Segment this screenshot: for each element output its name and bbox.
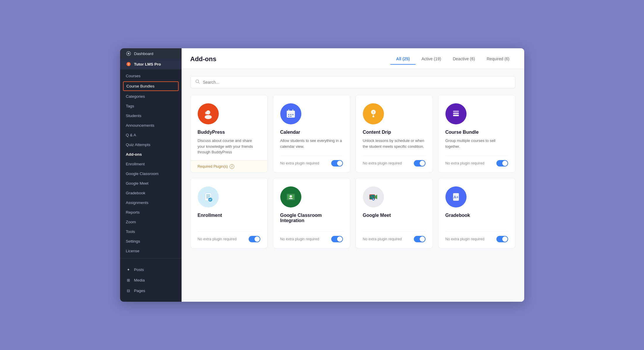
enrollment-toggle[interactable] — [249, 236, 260, 242]
sidebar-item-google-classroom[interactable]: Google Classroom — [120, 169, 182, 179]
card-buddypress: BuddyPress Discuss about course and shar… — [190, 95, 268, 173]
gradebook-footer: No extra plugin required — [445, 231, 508, 242]
tutor-pro-icon: T — [126, 61, 131, 67]
gradebook-desc — [445, 221, 508, 226]
sidebar-item-settings[interactable]: Settings — [120, 236, 182, 246]
svg-rect-13 — [288, 114, 289, 115]
course-bundle-footer: No extra plugin required — [445, 156, 508, 167]
buddypress-desc: Discuss about course and share your know… — [198, 138, 260, 155]
svg-rect-28 — [206, 198, 209, 198]
buddypress-title: BuddyPress — [198, 130, 260, 135]
qa-label: Q & A — [126, 133, 136, 137]
sidebar-item-tutor-pro[interactable]: T Tutor LMS Pro — [120, 59, 182, 69]
sidebar-item-quiz-attempts[interactable]: Quiz Attempts — [120, 140, 182, 150]
tab-active[interactable]: Active (19) — [416, 54, 447, 65]
svg-text:T: T — [128, 63, 129, 66]
cards-grid: BuddyPress Discuss about course and shar… — [190, 95, 515, 248]
google-classroom-icon-wrapper — [280, 186, 301, 207]
google-classroom-toggle[interactable] — [331, 236, 343, 242]
sidebar-item-dashboard[interactable]: Dashboard — [120, 48, 182, 59]
sidebar-item-course-bundles[interactable]: Course Bundles — [123, 81, 179, 91]
quiz-attempts-label: Quiz Attempts — [126, 143, 151, 147]
sidebar-item-google-meet[interactable]: Google Meet — [120, 179, 182, 188]
enrollment-desc — [198, 221, 260, 226]
sidebar-item-courses[interactable]: Courses — [120, 71, 182, 81]
search-input[interactable] — [203, 80, 510, 85]
google-meet-toggle[interactable] — [414, 236, 426, 242]
course-bundle-no-plugin-label: No extra plugin required — [445, 161, 484, 165]
sidebar-item-tools[interactable]: Tools — [120, 227, 182, 236]
calendar-toggle[interactable] — [331, 160, 343, 167]
sidebar-item-posts[interactable]: ✦ Posts — [120, 264, 182, 275]
google-meet-icon — [367, 191, 380, 203]
add-ons-label: Add-ons — [126, 152, 142, 157]
calendar-footer: No extra plugin required — [280, 156, 343, 167]
content-drip-title: Content Drip — [363, 130, 426, 135]
sidebar-dashboard-label: Dashboard — [134, 52, 153, 56]
sidebar-item-students[interactable]: Students — [120, 111, 182, 121]
content-drip-toggle[interactable] — [414, 160, 426, 167]
course-bundle-toggle[interactable] — [496, 160, 508, 167]
sidebar-item-add-ons[interactable]: Add-ons — [120, 150, 182, 159]
enrollment-icon — [202, 191, 214, 203]
card-gradebook: A+ Gradebook No extra plugin required — [438, 178, 515, 248]
sidebar-item-zoom[interactable]: Zoom — [120, 217, 182, 227]
svg-rect-24 — [453, 111, 459, 112]
enrollment-no-plugin-label: No extra plugin required — [198, 237, 237, 241]
sidebar-item-announcements[interactable]: Announcements — [120, 121, 182, 130]
calendar-desc: Allow students to see everything in a ca… — [280, 138, 343, 150]
svg-text:A+: A+ — [453, 195, 458, 199]
content-area: BuddyPress Discuss about course and shar… — [182, 69, 524, 302]
tutor-pro-label: Tutor LMS Pro — [134, 62, 161, 66]
buddypress-icon-wrapper — [198, 103, 219, 124]
calendar-title: Calendar — [280, 130, 343, 135]
sidebar-item-assignments[interactable]: Assignments — [120, 198, 182, 207]
tab-required[interactable]: Required (6) — [481, 54, 515, 65]
required-plugin-label: Required Plugin(s) — [198, 164, 228, 169]
sidebar-item-tags[interactable]: Tags — [120, 101, 182, 111]
sidebar-item-media[interactable]: ⊞ Media — [120, 275, 182, 285]
sidebar-divider — [120, 258, 182, 258]
google-classroom-title: Google Classroom Integration — [280, 213, 343, 223]
gradebook-icon: A+ — [450, 191, 462, 203]
svg-marker-37 — [375, 195, 377, 199]
svg-rect-22 — [453, 115, 459, 116]
required-badge: Required Plugin(s) i — [198, 164, 235, 169]
sidebar-item-gradebook[interactable]: Gradebook — [120, 188, 182, 198]
pages-label: Pages — [134, 289, 145, 293]
tags-label: Tags — [126, 104, 134, 108]
card-google-meet: Google Meet No extra plugin required — [356, 178, 433, 248]
card-google-classroom: Google Classroom Integration No extra pl… — [273, 178, 350, 248]
google-classroom-no-plugin-label: No extra plugin required — [280, 237, 319, 241]
tab-deactive[interactable]: Deactive (6) — [447, 54, 481, 65]
content-drip-footer: No extra plugin required — [363, 156, 426, 167]
card-course-bundle: Course Bundle Group multiple courses to … — [438, 95, 515, 173]
svg-rect-27 — [206, 196, 210, 197]
svg-point-8 — [205, 111, 208, 114]
sidebar-item-categories[interactable]: Categories — [120, 92, 182, 101]
enrollment-label: Enrollment — [126, 162, 145, 166]
sidebar-item-license[interactable]: License — [120, 246, 182, 256]
media-icon: ⊞ — [126, 277, 131, 283]
svg-point-20 — [373, 116, 374, 117]
license-label: License — [126, 249, 140, 253]
enrollment-title: Enrollment — [198, 213, 260, 218]
google-classroom-footer: No extra plugin required — [280, 231, 343, 242]
tab-all[interactable]: All (25) — [390, 54, 416, 65]
content-drip-icon-wrapper: ! — [363, 103, 384, 124]
svg-rect-16 — [288, 116, 289, 117]
svg-text:!: ! — [373, 111, 374, 114]
info-icon[interactable]: i — [230, 164, 234, 169]
media-label: Media — [134, 278, 145, 282]
gradebook-toggle[interactable] — [496, 236, 508, 242]
buddypress-footer: Required Plugin(s) i — [191, 160, 267, 172]
sidebar-item-qa[interactable]: Q & A — [120, 130, 182, 140]
sidebar-item-pages[interactable]: ⊟ Pages — [120, 285, 182, 296]
svg-rect-23 — [453, 113, 459, 114]
main-header: Add-ons All (25) Active (19) Deactive (6… — [182, 48, 524, 69]
gradebook-no-plugin-label: No extra plugin required — [445, 237, 484, 241]
sidebar-item-enrollment[interactable]: Enrollment — [120, 159, 182, 169]
sidebar-item-reports[interactable]: Reports — [120, 207, 182, 217]
tools-label: Tools — [126, 229, 135, 234]
students-label: Students — [126, 114, 141, 118]
